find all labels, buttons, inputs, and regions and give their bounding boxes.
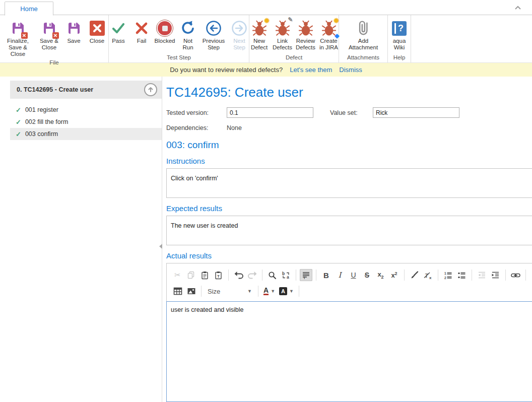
star-badge-icon: ✹ xyxy=(334,17,340,25)
ribbon-collapse-button[interactable] xyxy=(513,3,523,12)
superscript-button[interactable]: x2 xyxy=(388,269,401,281)
pass-button[interactable]: Pass xyxy=(107,18,130,45)
ribbon-body: ✕ Finalize, Save & Close ✕ Save & Close … xyxy=(0,15,532,63)
finalize-save-close-button[interactable]: ✕ Finalize, Save & Close xyxy=(0,18,36,58)
image-icon xyxy=(187,287,196,295)
value-set-label: Value set: xyxy=(330,109,373,116)
value-set-input[interactable] xyxy=(373,107,459,118)
bug-icon xyxy=(298,19,313,38)
ribbon-group-test-step: Pass Fail Blocked xyxy=(109,15,249,62)
toolbar-separator xyxy=(525,270,526,281)
save-and-close-button[interactable]: ✕ Save & Close xyxy=(36,18,62,52)
copy-button[interactable] xyxy=(185,269,197,281)
subscript-button[interactable]: x2 xyxy=(374,269,387,281)
ribbon-button-label: New Defect xyxy=(249,38,270,51)
underline-button[interactable]: U xyxy=(347,269,360,281)
replace-icon: ba xyxy=(282,271,291,280)
step-list-item-selected[interactable]: ✓ 003 confirm xyxy=(10,128,162,140)
remove-format-button[interactable]: Tx xyxy=(422,269,434,281)
search-icon xyxy=(268,271,277,280)
save-close-icon: ✕ xyxy=(42,19,57,38)
expected-results-heading: Expected results xyxy=(166,204,532,213)
review-defects-button[interactable]: Review Defects xyxy=(294,18,317,52)
insert-image-button[interactable] xyxy=(185,285,197,297)
step-list-item[interactable]: ✓ 002 fill the form xyxy=(10,116,162,128)
show-blocks-button[interactable]: T xyxy=(300,269,312,281)
sidebar-header[interactable]: 0. TC142695 - Create user xyxy=(10,81,162,99)
paste-plain-text-button[interactable]: T xyxy=(212,269,225,281)
insert-table-button[interactable] xyxy=(171,285,184,297)
next-step-icon xyxy=(231,19,247,38)
undo-button[interactable] xyxy=(232,269,245,281)
add-attachment-button[interactable]: Add Attachment xyxy=(343,18,383,52)
instructions-heading: Instructions xyxy=(166,157,532,165)
strikethrough-icon: S xyxy=(365,271,369,279)
pencil-badge-icon: ✎ xyxy=(288,16,293,23)
create-in-jira-button[interactable]: ✹ ◆ Create in JIRA xyxy=(317,18,341,52)
splitter-collapse-handle[interactable] xyxy=(159,244,162,249)
notification-dismiss-link[interactable]: Dismiss xyxy=(339,66,362,74)
save-close-icon: ✕ xyxy=(11,19,26,38)
increase-indent-button[interactable] xyxy=(489,269,502,281)
ribbon-button-label: Next Step xyxy=(229,38,249,51)
toolbar-separator xyxy=(258,286,258,297)
ribbon-group-label: Defect xyxy=(249,53,339,62)
cut-button[interactable]: ✂ xyxy=(171,269,184,281)
sidebar-header-label: 0. TC142695 - Create user xyxy=(17,86,93,93)
notification-action-link[interactable]: Let's see them xyxy=(290,66,332,74)
bulleted-list-icon xyxy=(457,271,466,280)
svg-text:2: 2 xyxy=(444,276,446,279)
subscript-icon: x2 xyxy=(377,271,383,280)
bulleted-list-button[interactable] xyxy=(455,269,468,281)
jira-diamond-icon: ◆ xyxy=(335,32,339,39)
copy-formatting-button[interactable] xyxy=(408,269,421,281)
chevron-down-icon: ▼ xyxy=(247,289,252,294)
aqua-wiki-button[interactable]: ? aqua Wiki xyxy=(389,18,410,52)
bug-jira-icon: ✹ ◆ xyxy=(321,19,337,38)
ribbon-group-label: File xyxy=(0,58,108,66)
step-label: 001 register xyxy=(25,106,58,113)
indent-icon xyxy=(491,271,500,280)
actual-results-editor[interactable]: user is created and visible xyxy=(166,301,532,402)
replace-button[interactable]: ba xyxy=(280,269,292,281)
paste-button[interactable] xyxy=(198,269,211,281)
background-color-icon: A xyxy=(279,287,287,295)
passed-check-icon: ✓ xyxy=(16,118,21,126)
find-button[interactable] xyxy=(266,269,279,281)
ribbon-button-label: Link Defects xyxy=(273,38,293,51)
previous-step-button[interactable]: Previous Step xyxy=(200,18,228,52)
fail-button[interactable]: Fail xyxy=(130,18,153,45)
text-color-icon: A xyxy=(263,287,269,295)
save-button[interactable]: Save xyxy=(62,18,86,45)
close-button[interactable]: Close xyxy=(86,18,109,45)
new-defect-button[interactable]: ✹ New Defect xyxy=(248,18,271,52)
wiki-book-icon: ? xyxy=(392,19,407,38)
bold-button[interactable]: B xyxy=(320,269,332,281)
italic-icon: I xyxy=(339,271,342,280)
collapse-up-button[interactable] xyxy=(144,83,157,96)
strikethrough-button[interactable]: S xyxy=(361,269,373,281)
not-run-button[interactable]: Not Run xyxy=(176,18,200,52)
richtext-toolbar: ✂ T xyxy=(166,263,532,301)
step-list-item[interactable]: ✓ 001 register xyxy=(10,104,162,116)
background-color-dropdown[interactable]: A ▼ xyxy=(277,287,296,295)
blocked-button[interactable]: Blocked xyxy=(153,18,176,45)
link-defects-button[interactable]: ✎ Link Defects xyxy=(271,18,294,52)
show-blocks-icon: T xyxy=(302,271,310,280)
font-size-dropdown[interactable]: Size ▼ xyxy=(205,285,255,297)
italic-button[interactable]: I xyxy=(334,269,346,281)
numbered-list-button[interactable]: 12 xyxy=(442,269,454,281)
redo-button[interactable] xyxy=(246,269,258,281)
step-label: 002 fill the form xyxy=(25,118,68,125)
ribbon-button-label: Close xyxy=(90,38,104,44)
passed-check-icon: ✓ xyxy=(16,130,21,138)
ribbon-group-label: Help xyxy=(388,53,411,62)
link-icon xyxy=(511,272,520,279)
text-color-dropdown[interactable]: A ▼ xyxy=(261,287,277,295)
decrease-indent-button[interactable] xyxy=(476,269,488,281)
link-button[interactable] xyxy=(509,269,522,281)
tab-home[interactable]: Home xyxy=(5,2,53,16)
undo-icon xyxy=(234,271,243,279)
bold-icon: B xyxy=(323,271,329,280)
tested-version-input[interactable] xyxy=(227,107,313,118)
